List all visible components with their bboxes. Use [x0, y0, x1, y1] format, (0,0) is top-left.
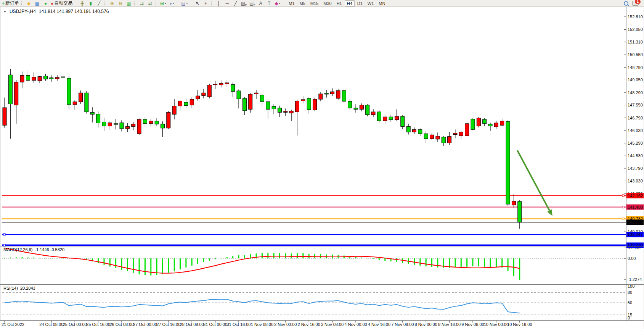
charts-window-button[interactable]: ▦ — [33, 0, 41, 6]
toolbar-buttons: +新订单◆▦●●自动交易╫▮╱⊕⊖▦⇉⇄⊞▾◑▾▤▾↖+│─╱▨E▤FAT◆▾M… — [1, 0, 387, 6]
zoom-out-button[interactable]: ⊖ — [116, 0, 124, 6]
svg-text:4 Nov 00:00: 4 Nov 00:00 — [344, 322, 367, 327]
horizontal-line-button[interactable]: ─ — [223, 0, 231, 6]
candle-body — [196, 96, 200, 99]
macd-bar — [267, 253, 268, 258]
candle-body — [459, 132, 463, 136]
profiles-button[interactable]: ◑▾ — [167, 0, 175, 6]
candle-body — [436, 136, 440, 139]
data-center-button[interactable]: ● — [42, 0, 50, 6]
candle-body — [260, 95, 264, 102]
candle-body — [184, 102, 188, 106]
svg-text:147.550: 147.550 — [628, 103, 643, 107]
candle-body — [143, 119, 147, 124]
chat-icon[interactable]: 1 — [632, 1, 639, 6]
macd-bar — [27, 258, 29, 258]
zoom-in-icon: ⊕ — [110, 1, 114, 6]
bar-chart-button[interactable]: ╫ — [78, 0, 86, 6]
trendline-button[interactable]: ╱ — [231, 0, 239, 6]
notification-badge[interactable]: 1 — [635, 0, 641, 4]
new-chart-button[interactable]: ⊞▾ — [159, 0, 167, 6]
timeframe-m5[interactable]: M5 — [297, 0, 308, 6]
search-icon[interactable] — [624, 1, 628, 6]
line-anchor[interactable] — [622, 195, 624, 197]
cursor-button[interactable]: ↖ — [193, 0, 201, 6]
macd-bar — [39, 258, 40, 258]
down-arrow-shaft[interactable] — [517, 150, 550, 211]
autotrading-icon: ● — [51, 1, 53, 6]
timeframe-h1[interactable]: H1 — [334, 0, 344, 6]
candle-body — [477, 118, 480, 126]
trend-arrow[interactable] — [517, 150, 552, 216]
candle-body — [442, 137, 445, 143]
text-button[interactable]: A — [257, 0, 265, 6]
candle-body — [55, 77, 59, 79]
candle-body — [371, 112, 375, 115]
time-axis[interactable]: 21 Oct 202224 Oct 08:0025 Oct 00:0025 Oc… — [2, 321, 532, 327]
chart-type-button[interactable]: ▤▾ — [180, 0, 188, 6]
autotrading-button[interactable]: ●自动交易 — [50, 0, 73, 6]
line-chart-icon: ╱ — [98, 1, 100, 6]
candle-body — [225, 83, 229, 84]
new-order-button[interactable]: +新订单 — [1, 0, 20, 6]
zoom-in-button[interactable]: ⊕ — [108, 0, 116, 6]
price-chart-canvas[interactable]: 152.810152.050151.310150.550149.790149.0… — [0, 7, 644, 329]
timeframe-m15[interactable]: M15 — [308, 0, 321, 6]
auto-scroll-button[interactable]: ⇉ — [138, 0, 146, 6]
dropdown-arrow-icon[interactable]: ▾ — [165, 2, 166, 5]
level-lines[interactable] — [2, 195, 626, 246]
candle-body — [38, 77, 42, 81]
line-anchor[interactable] — [622, 218, 624, 220]
equidistant-channel-button[interactable]: ▨E — [240, 0, 248, 6]
macd-bar — [262, 253, 263, 258]
charts-window-icon: ▦ — [35, 1, 39, 6]
arrows-button[interactable]: ◆▾ — [273, 0, 281, 6]
svg-text:25 Oct 00:00: 25 Oct 00:00 — [63, 322, 87, 327]
macd-bar — [22, 257, 23, 258]
candle-body — [313, 99, 317, 110]
autotrading-button-label: 自动交易 — [54, 0, 72, 6]
tile-windows-button[interactable]: ▦ — [125, 0, 133, 6]
svg-text:0.00: 0.00 — [628, 256, 636, 261]
candle-body — [377, 112, 381, 121]
price-axis: 152.810152.050151.310150.550149.790149.0… — [624, 15, 643, 234]
chart-window[interactable]: 152.810152.050151.310150.550149.790149.0… — [0, 7, 644, 329]
fibonacci-button[interactable]: ▤F — [248, 0, 256, 6]
dropdown-arrow-icon[interactable]: ▾ — [279, 2, 281, 5]
svg-text:148.290: 148.290 — [628, 90, 643, 95]
dropdown-arrow-icon[interactable]: ▾ — [186, 2, 188, 5]
svg-text:142.162: 142.162 — [628, 194, 643, 198]
styles-button[interactable]: ◆ — [25, 0, 33, 6]
timeframe-w1[interactable]: W1 — [365, 0, 376, 6]
candle-body — [518, 202, 522, 222]
line-chart-button[interactable]: ╱ — [95, 0, 103, 6]
candlestick-chart-button[interactable]: ▮ — [87, 0, 95, 6]
timeframe-m30[interactable]: M30 — [321, 0, 334, 6]
candle-body — [50, 78, 53, 79]
macd-bar — [121, 258, 122, 270]
candle-body — [114, 124, 118, 124]
line-anchor[interactable] — [622, 206, 624, 208]
candle-body — [284, 111, 287, 113]
vertical-line-button[interactable]: │ — [215, 0, 223, 6]
macd-bar — [232, 256, 233, 258]
text-label-button[interactable]: T — [265, 0, 273, 6]
timeframe-h4[interactable]: H4 — [345, 0, 355, 6]
timeframe-d1[interactable]: D1 — [355, 0, 365, 6]
line-anchor[interactable] — [3, 244, 5, 246]
line-anchor[interactable] — [3, 234, 5, 235]
dropdown-arrow-icon[interactable]: ▾ — [173, 2, 174, 5]
macd-bar — [379, 258, 380, 260]
horizontal-line-icon: ─ — [226, 1, 229, 6]
chart-shift-button[interactable]: ⇄ — [146, 0, 154, 6]
crosshair-button[interactable]: + — [202, 0, 210, 6]
toolbar-separator — [75, 1, 77, 6]
cursor-icon: ↖ — [196, 1, 199, 6]
timeframe-mn[interactable]: MN — [376, 0, 387, 6]
timeframe-m1[interactable]: M1 — [286, 0, 297, 6]
symbol-dropdown-icon[interactable]: ▼ — [3, 10, 6, 13]
candle-body — [319, 94, 323, 99]
macd-bar — [80, 258, 81, 258]
macd-bar — [490, 258, 491, 267]
svg-text:2 Nov 16:00: 2 Nov 16:00 — [298, 322, 320, 327]
